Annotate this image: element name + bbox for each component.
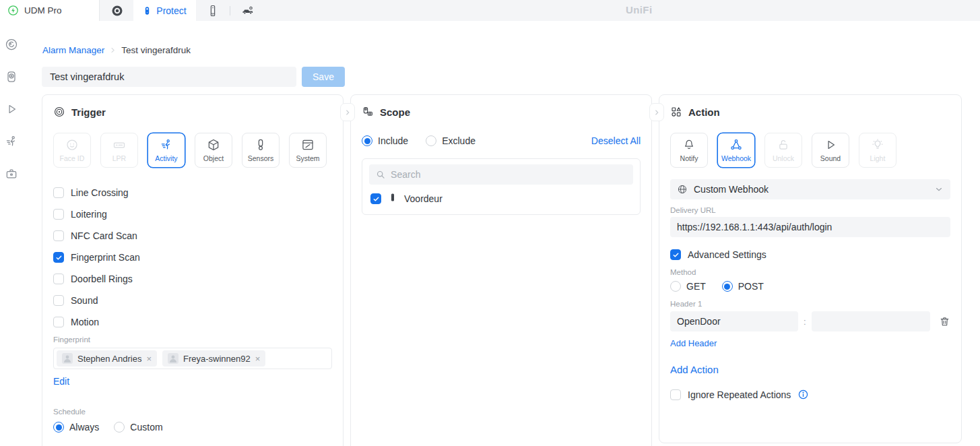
action-type-sound[interactable]: Sound [812, 133, 849, 168]
trigger-type-label: Activity [155, 154, 177, 162]
shapes-icon [670, 106, 682, 118]
sidebar-item-archive[interactable] [5, 167, 18, 181]
radio-custom[interactable] [114, 422, 125, 433]
bulb-icon [871, 138, 884, 152]
schedule-option-custom[interactable]: Custom [114, 422, 162, 433]
radio-get[interactable] [670, 281, 681, 292]
radio-post[interactable] [722, 281, 733, 292]
sound-checkbox[interactable] [53, 295, 64, 306]
schedule-label: Schedule [53, 408, 332, 416]
deselect-all-link[interactable]: Deselect All [591, 135, 641, 146]
trigger-type-label: LPR [112, 154, 126, 162]
sidebar-item-devices[interactable] [5, 70, 18, 84]
top-bar: UDM Pro Protect UniFi [0, 0, 980, 21]
device-search [369, 164, 633, 185]
trigger-type-activity[interactable]: Activity [148, 133, 185, 168]
ignore-repeated-checkbox[interactable] [670, 389, 681, 400]
fingerprint-tag-name: Stephen Andries [77, 354, 141, 364]
action-type-webhook[interactable]: Webhook [717, 133, 755, 168]
action-type-label: Unlock [773, 154, 794, 162]
header-value-input[interactable] [812, 311, 930, 331]
trigger-panel: Trigger Face ID LPR Activity Object [42, 94, 344, 446]
advanced-settings-row: Advanced Settings [670, 249, 950, 260]
loitering-checkbox[interactable] [53, 209, 64, 220]
fingerprint-scan-checkbox[interactable] [53, 252, 64, 263]
scope-include-option[interactable]: Include [362, 135, 408, 146]
checkbox-row: Fingerprint Scan [53, 252, 332, 263]
method-post-option[interactable]: POST [722, 281, 764, 292]
device-checkbox[interactable] [370, 193, 381, 204]
fingerprint-tag: Freya-swinnen92 × [162, 350, 265, 367]
delivery-url-label: Delivery URL [670, 206, 950, 214]
action-type-light[interactable]: Light [859, 133, 896, 168]
trigger-type-lpr[interactable]: LPR [100, 133, 138, 168]
collapse-scope-panel-button[interactable] [649, 103, 664, 121]
trigger-type-label: System [296, 154, 319, 162]
tab-settings[interactable] [231, 0, 264, 21]
scope-panel-title: Scope [380, 106, 410, 118]
radio-always[interactable] [53, 422, 64, 433]
radio-label: GET [686, 281, 706, 292]
sidebar-item-dial[interactable] [5, 38, 18, 51]
schedule-option-always[interactable]: Always [53, 422, 99, 433]
trigger-type-sensors[interactable]: Sensors [242, 133, 280, 168]
webhook-type-select[interactable]: Custom Webhook [670, 179, 950, 199]
license-plate-icon [112, 138, 126, 152]
trigger-panel-title: Trigger [71, 106, 106, 118]
search-input[interactable] [391, 169, 626, 180]
fingerprint-tag-name: Freya-swinnen92 [183, 354, 251, 364]
remove-tag-icon[interactable]: × [146, 354, 152, 363]
console-bolt-icon [7, 5, 19, 16]
chevron-down-icon [934, 185, 944, 194]
advanced-settings-label: Advanced Settings [688, 249, 766, 260]
checkbox-label: Sound [71, 295, 98, 306]
breadcrumb-parent-link[interactable]: Alarm Manager [42, 45, 104, 55]
trash-icon[interactable] [939, 316, 950, 327]
nfc-card-scan-checkbox[interactable] [53, 230, 64, 241]
method-get-option[interactable]: GET [670, 281, 706, 292]
line-crossing-checkbox[interactable] [53, 187, 64, 198]
trigger-type-system[interactable]: System [289, 133, 327, 168]
trigger-type-face-id[interactable]: Face ID [53, 133, 91, 168]
ignore-repeated-row: Ignore Repeated Actions [670, 389, 950, 400]
sidebar-item-playback[interactable] [5, 102, 18, 116]
doorbell-rings-checkbox[interactable] [53, 274, 64, 284]
search-icon [376, 170, 385, 180]
add-header-link[interactable]: Add Header [670, 338, 717, 348]
header-key-input[interactable] [670, 311, 798, 331]
tab-protect[interactable]: Protect [133, 0, 196, 21]
devices-scope-icon [362, 106, 374, 118]
breadcrumb-current: Test vingerafdruk [121, 45, 191, 55]
console-section[interactable]: UDM Pro [0, 0, 100, 21]
alarm-name-input[interactable] [42, 67, 296, 87]
avatar [168, 353, 178, 364]
settings-car-icon [241, 5, 255, 17]
webhook-type-value: Custom Webhook [694, 184, 769, 195]
tab-unifi-os[interactable] [100, 0, 133, 21]
action-type-unlock[interactable]: Unlock [764, 133, 802, 168]
radio-include[interactable] [362, 135, 372, 146]
info-icon[interactable] [797, 389, 809, 400]
tab-console-device[interactable] [196, 0, 229, 21]
add-action-link[interactable]: Add Action [670, 364, 950, 375]
action-type-notify[interactable]: Notify [670, 133, 708, 168]
scope-exclude-option[interactable]: Exclude [426, 135, 476, 146]
method-options: GET POST [670, 281, 950, 292]
remove-tag-icon[interactable]: × [255, 354, 261, 363]
trigger-type-object[interactable]: Object [195, 133, 232, 168]
save-button[interactable]: Save [302, 67, 345, 87]
edit-fingerprint-link[interactable]: Edit [53, 376, 69, 387]
checkbox-label: NFC Card Scan [71, 230, 137, 241]
delivery-url-input[interactable] [670, 217, 950, 237]
console-name: UDM Pro [24, 5, 62, 15]
fingerprint-label: Fingerprint [53, 336, 332, 344]
action-type-label: Sound [820, 154, 841, 162]
radio-exclude[interactable] [426, 135, 436, 146]
advanced-settings-checkbox[interactable] [670, 249, 681, 260]
sidebar-item-detections[interactable] [5, 135, 18, 148]
cube-icon [207, 138, 220, 152]
motion-checkbox[interactable] [53, 317, 64, 327]
checkbox-row: Loitering [53, 209, 332, 220]
collapse-trigger-panel-button[interactable] [340, 103, 355, 121]
checkbox-label: Doorbell Rings [71, 274, 133, 284]
